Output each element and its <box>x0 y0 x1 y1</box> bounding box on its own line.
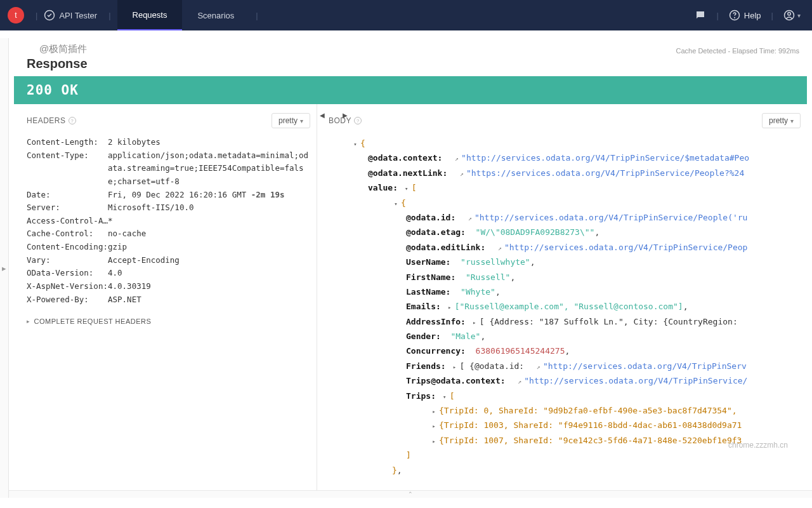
header-key: Date: <box>27 189 108 202</box>
header-row: Content-Type:application/json;odata.meta… <box>27 149 310 189</box>
external-link-icon[interactable]: ↗ <box>498 243 502 254</box>
header-row: X-Powered-By:ASP.NET <box>27 293 310 307</box>
json-viewer: ▾{ @odata.context: ↗"http://services.oda… <box>329 136 801 478</box>
header-value: 4.0 <box>108 267 310 280</box>
chevron-down-icon: ▾ <box>797 12 801 19</box>
header-key: Server: <box>27 201 108 215</box>
header-key: X-AspNet-Version: <box>27 280 108 293</box>
response-title: Response <box>27 57 88 71</box>
header-value: Accept-Encoding <box>108 254 310 267</box>
header-row: Cache-Control:no-cache <box>27 227 310 241</box>
complete-headers-toggle[interactable]: COMPLETE REQUEST HEADERS <box>27 318 310 325</box>
chevron-down-icon: ▾ <box>300 117 303 124</box>
body-view-dropdown[interactable]: pretty ▾ <box>762 113 801 128</box>
header-key: Content-Encoding: <box>27 241 108 254</box>
header-value: no-cache <box>108 227 310 241</box>
headers-help-icon[interactable]: ? <box>69 117 76 124</box>
header-value: application/json;odata.metadata=minimal;… <box>108 149 310 189</box>
logo: t <box>8 7 24 23</box>
header-value: * <box>108 215 310 228</box>
toggle-icon[interactable]: ▾ <box>351 139 359 149</box>
header-row: Content-Encoding:gzip <box>27 241 310 254</box>
header-row: OData-Version:4.0 <box>27 267 310 280</box>
header-key: Content-Type: <box>27 149 108 189</box>
header-row: Vary:Accept-Encoding <box>27 254 310 267</box>
help-icon <box>729 10 740 21</box>
chevron-down-icon: ▾ <box>790 117 794 124</box>
header-key: Cache-Control: <box>27 227 108 241</box>
toggle-icon[interactable]: ▾ <box>392 199 400 209</box>
help-button[interactable]: Help <box>725 10 765 21</box>
toggle-icon[interactable]: ▸ <box>430 406 438 417</box>
headers-column: HEADERS ? pretty ▾ Content-Length:2 kilo… <box>14 104 317 498</box>
header-key: OData-Version: <box>27 267 108 280</box>
header-value: 4.0.30319 <box>108 280 310 293</box>
user-icon <box>783 10 795 21</box>
headers-title: HEADERS <box>27 116 66 125</box>
toggle-icon[interactable]: ▸ <box>430 436 438 446</box>
header-value: ASP.NET <box>108 293 310 307</box>
check-circle-icon <box>44 10 55 21</box>
collapse-left-icon[interactable]: ◀ <box>317 110 327 120</box>
header-key: Content-Length: <box>27 136 108 149</box>
headers-view-dropdown[interactable]: pretty ▾ <box>272 113 310 128</box>
response-meta: Cache Detected - Elapsed Time: 992ms <box>676 47 799 55</box>
topbar: t | API Tester | Requests Scenarios | | … <box>0 0 812 30</box>
collapse-right-icon[interactable]: ▶ <box>340 110 350 120</box>
nav-scenarios[interactable]: Scenarios <box>182 0 249 30</box>
watermark: @极简插件 <box>39 43 100 55</box>
left-panel-handle[interactable]: ▸ <box>0 38 9 498</box>
response-panel: @极简插件 Response Cache Detected - Elapsed … <box>14 38 807 498</box>
header-key: Access-Control-Al… <box>27 215 108 228</box>
body-help-icon[interactable]: ? <box>354 117 362 124</box>
body-column: BODY ? pretty ▾ ▾{ @odata.context: ↗"htt… <box>317 104 807 498</box>
header-key: Vary: <box>27 254 108 267</box>
header-value: 2 kilobytes <box>108 136 310 149</box>
external-link-icon[interactable]: ↗ <box>518 376 521 387</box>
external-link-icon[interactable]: ↗ <box>455 153 459 164</box>
bottom-panel-handle[interactable]: ⌃ <box>9 490 812 498</box>
svg-point-2 <box>734 17 735 18</box>
header-key: X-Powered-By: <box>27 293 108 307</box>
nav-api-tester[interactable]: API Tester <box>44 0 102 30</box>
nav-requests[interactable]: Requests <box>117 0 183 30</box>
toggle-icon[interactable]: ▸ <box>471 318 478 328</box>
svg-point-4 <box>788 13 791 16</box>
user-menu[interactable]: ▾ <box>780 10 804 21</box>
status-bar: 200 OK <box>14 76 807 104</box>
header-row: Server:Microsoft-IIS/10.0 <box>27 201 310 215</box>
header-value: Microsoft-IIS/10.0 <box>108 201 310 215</box>
feedback-button[interactable] <box>691 10 710 21</box>
watermark-right: chrome.zzzmh.cn <box>728 441 788 450</box>
header-value: gzip <box>108 241 310 254</box>
header-row: Content-Length:2 kilobytes <box>27 136 310 149</box>
toggle-icon[interactable]: ▸ <box>430 421 438 431</box>
toggle-icon[interactable]: ▾ <box>441 392 449 402</box>
toggle-icon[interactable]: ▾ <box>403 184 410 194</box>
header-row: X-AspNet-Version:4.0.30319 <box>27 280 310 293</box>
header-row: Access-Control-Al…* <box>27 215 310 228</box>
toggle-icon[interactable]: ▸ <box>450 362 458 372</box>
header-value: Fri, 09 Dec 2022 16:20:16 GMT -2m 19s <box>108 189 310 202</box>
nav-label: API Tester <box>59 11 97 20</box>
headers-table: Content-Length:2 kilobytesContent-Type:a… <box>27 136 310 306</box>
external-link-icon[interactable]: ↗ <box>537 361 540 373</box>
header-row: Date:Fri, 09 Dec 2022 16:20:16 GMT -2m 1… <box>27 189 310 202</box>
speech-icon <box>695 10 706 21</box>
split-handle[interactable]: ◀ ▶ <box>317 110 343 120</box>
external-link-icon[interactable]: ↗ <box>468 213 472 224</box>
toggle-icon[interactable]: ▸ <box>446 302 454 312</box>
external-link-icon[interactable]: ↗ <box>460 168 464 180</box>
